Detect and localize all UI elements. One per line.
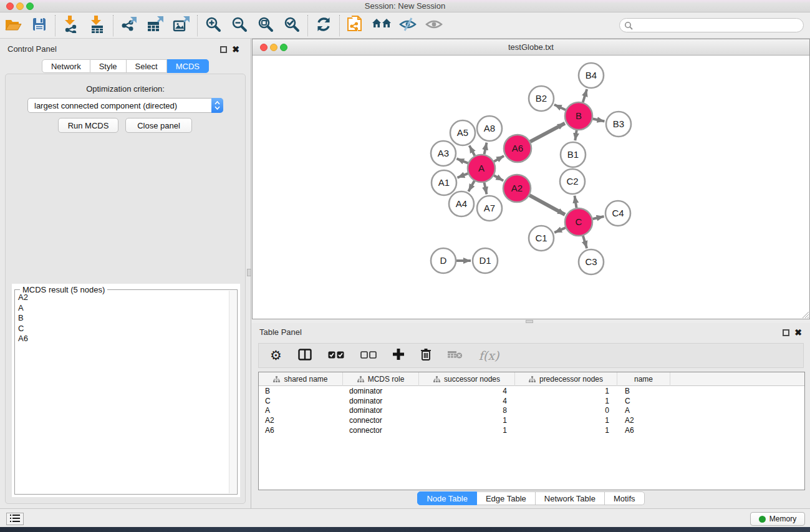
- cell-predecessor-nodes[interactable]: 1: [515, 397, 617, 405]
- network-graph-canvas[interactable]: B4B2BB3A8A5A6A3B1AC2A1A2A4A7C4CC1DD1C3: [253, 56, 809, 319]
- node-D[interactable]: D: [431, 248, 456, 273]
- edge-A2-C[interactable]: [529, 195, 565, 215]
- edge-A-A1[interactable]: [457, 173, 468, 178]
- cell-name[interactable]: B: [617, 387, 670, 395]
- mcds-list-scrollbar[interactable]: [229, 291, 236, 493]
- float-panel-icon[interactable]: [220, 46, 227, 53]
- table-row[interactable]: A6connector11A6: [259, 425, 804, 435]
- import-network-button[interactable]: [58, 15, 84, 36]
- edge-C-C3[interactable]: [583, 236, 587, 248]
- memory-button[interactable]: Memory: [750, 512, 805, 526]
- node-B2[interactable]: B2: [529, 86, 554, 111]
- edge-A-A5[interactable]: [470, 145, 475, 155]
- tab-mcds[interactable]: MCDS: [167, 59, 209, 73]
- cell-MCDS-role[interactable]: connector: [343, 426, 419, 435]
- zoom-fit-button[interactable]: [253, 15, 279, 36]
- search-box[interactable]: [619, 18, 804, 32]
- export-network-button[interactable]: [116, 15, 142, 36]
- network-window-titlebar[interactable]: testGlobe.txt: [253, 39, 809, 56]
- export-image-button[interactable]: [168, 15, 195, 36]
- cell-name[interactable]: A2: [617, 416, 670, 425]
- mcds-result-item[interactable]: A2: [16, 293, 228, 303]
- cell-successor-nodes[interactable]: 4: [419, 397, 515, 405]
- edge-B-B1[interactable]: [575, 130, 576, 140]
- cell-successor-nodes[interactable]: 1: [419, 416, 515, 425]
- vertical-splitter-handle[interactable]: [247, 269, 251, 276]
- node-B1[interactable]: B1: [561, 142, 586, 167]
- tab-edge-table[interactable]: Edge Table: [477, 491, 536, 505]
- column-header-name[interactable]: name: [617, 372, 670, 386]
- tab-node-table[interactable]: Node Table: [417, 491, 477, 505]
- table-row[interactable]: Cdominator41C: [259, 396, 804, 406]
- cell-MCDS-role[interactable]: dominator: [343, 387, 419, 395]
- table-settings-button[interactable]: ⚙: [270, 349, 282, 362]
- close-panel-button[interactable]: Close panel: [125, 118, 192, 133]
- criterion-dropdown[interactable]: largest connected component (directed): [27, 98, 223, 113]
- edge-B-B3[interactable]: [593, 119, 605, 122]
- tab-network-table[interactable]: Network Table: [536, 491, 605, 505]
- tab-motifs[interactable]: Motifs: [605, 491, 645, 505]
- mcds-result-item[interactable]: A6: [16, 334, 228, 344]
- node-C1[interactable]: C1: [529, 226, 554, 251]
- edge-A-A8[interactable]: [485, 143, 487, 155]
- add-column-button[interactable]: [393, 349, 404, 362]
- window-resize-grip[interactable]: [801, 310, 809, 318]
- node-B[interactable]: B: [565, 102, 592, 130]
- tab-select[interactable]: Select: [127, 59, 167, 73]
- delete-column-button[interactable]: [420, 348, 432, 363]
- task-history-button[interactable]: [6, 513, 24, 525]
- save-session-button[interactable]: [26, 15, 52, 36]
- tab-style[interactable]: Style: [90, 59, 127, 73]
- node-D1[interactable]: D1: [473, 248, 498, 273]
- select-all-button[interactable]: [328, 350, 344, 361]
- edge-A-A4[interactable]: [468, 181, 474, 191]
- edge-B-B2[interactable]: [554, 105, 566, 110]
- edge-A-A7[interactable]: [485, 183, 487, 195]
- cell-successor-nodes[interactable]: 1: [419, 426, 515, 435]
- close-table-panel-icon[interactable]: ✖: [794, 329, 802, 336]
- column-header-predecessor-nodes[interactable]: predecessor nodes: [515, 372, 617, 386]
- run-mcds-button[interactable]: Run MCDS: [58, 118, 118, 133]
- cell-MCDS-role[interactable]: dominator: [343, 406, 419, 415]
- edge-A6-B[interactable]: [530, 123, 565, 142]
- cell-name[interactable]: A6: [617, 426, 670, 435]
- table-row[interactable]: Adominator80A: [259, 405, 804, 415]
- clone-network-button[interactable]: [342, 15, 369, 36]
- column-header-shared-name[interactable]: shared name: [259, 372, 343, 386]
- mcds-result-item[interactable]: C: [16, 324, 228, 334]
- cell-shared-name[interactable]: A: [259, 406, 343, 415]
- node-A2[interactable]: A2: [503, 175, 531, 202]
- edge-A-A3[interactable]: [456, 158, 468, 163]
- cell-successor-nodes[interactable]: 8: [419, 406, 515, 415]
- export-table-button[interactable]: [142, 15, 168, 36]
- zoom-selected-button[interactable]: [279, 15, 305, 36]
- node-C2[interactable]: C2: [560, 169, 585, 194]
- cell-shared-name[interactable]: A6: [259, 426, 343, 435]
- column-header-successor-nodes[interactable]: successor nodes: [419, 372, 515, 386]
- cell-MCDS-role[interactable]: connector: [343, 416, 419, 425]
- edge-A-A2[interactable]: [494, 175, 503, 181]
- column-header-MCDS-role[interactable]: MCDS role: [343, 372, 419, 386]
- table-row[interactable]: Bdominator41B: [259, 386, 804, 396]
- deselect-all-button[interactable]: [360, 350, 377, 361]
- node-A[interactable]: A: [468, 155, 495, 182]
- toggle-columns-button[interactable]: [298, 349, 312, 363]
- node-A6[interactable]: A6: [504, 135, 531, 162]
- node-A5[interactable]: A5: [450, 120, 475, 145]
- cell-name[interactable]: A: [617, 406, 670, 415]
- edge-A-A6[interactable]: [494, 156, 504, 162]
- cell-predecessor-nodes[interactable]: 1: [515, 416, 617, 425]
- cell-name[interactable]: C: [617, 397, 670, 405]
- cell-shared-name[interactable]: C: [259, 397, 343, 405]
- node-A7[interactable]: A7: [477, 196, 502, 221]
- mcds-result-item[interactable]: B: [16, 313, 228, 324]
- node-A3[interactable]: A3: [431, 141, 456, 166]
- import-table-button[interactable]: [84, 15, 110, 36]
- zoom-in-button[interactable]: [200, 15, 226, 36]
- open-file-button[interactable]: [0, 15, 26, 36]
- cell-shared-name[interactable]: A2: [259, 416, 343, 425]
- cell-successor-nodes[interactable]: 4: [419, 387, 515, 395]
- node-C3[interactable]: C3: [579, 249, 604, 274]
- zoom-out-button[interactable]: [226, 15, 253, 36]
- tab-network[interactable]: Network: [42, 59, 90, 73]
